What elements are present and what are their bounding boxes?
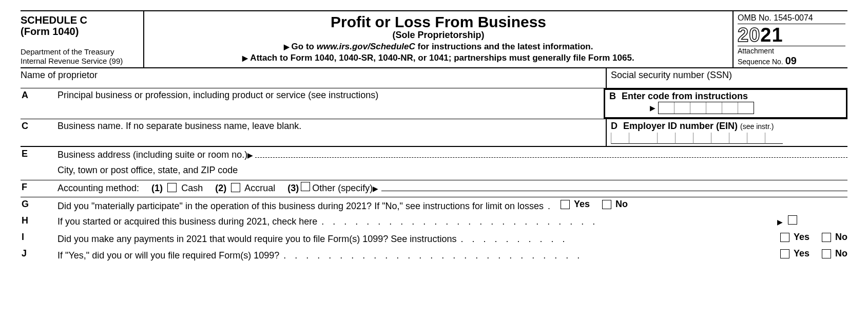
line-g: G Did you "materially participate" in th… xyxy=(21,197,847,214)
code-entry-boxes[interactable] xyxy=(658,102,754,114)
opt1-num: (1) xyxy=(151,183,163,193)
i-yes-group: Yes xyxy=(778,232,809,243)
line-a-text: Principal business or profession, includ… xyxy=(57,90,378,104)
i-no-checkbox[interactable] xyxy=(822,233,831,242)
letter-a: A xyxy=(21,90,57,104)
yes-label: Yes xyxy=(794,232,809,243)
goto-url: www.irs.gov/ScheduleC xyxy=(317,42,415,51)
letter-g: G xyxy=(21,199,57,210)
dept-block: Department of the Treasury Internal Reve… xyxy=(21,47,141,66)
row-cd: C Business name. If no separate business… xyxy=(21,119,847,147)
form-title: Profit or Loss From Business xyxy=(147,13,729,31)
omb-number: OMB No. 1545-0074 xyxy=(738,13,845,24)
letter-j: J xyxy=(21,248,57,259)
name-proprietor-label: Name of proprietor xyxy=(21,68,606,88)
header-center: Profit or Loss From Business (Sole Propr… xyxy=(144,11,734,67)
attach-text: Attach to Form 1040, 1040-SR, 1040-NR, o… xyxy=(250,53,634,63)
j-yes-checkbox[interactable] xyxy=(780,249,789,258)
form-subtitle: (Sole Proprietorship) xyxy=(147,30,729,41)
i-yes-checkbox[interactable] xyxy=(780,233,789,242)
opt-cash: (1) Cash xyxy=(151,183,203,194)
line-b-box: B Enter code from instructions xyxy=(604,88,847,119)
seq-label: Sequence No. xyxy=(738,58,785,66)
other-checkbox[interactable] xyxy=(301,182,310,191)
ein-entry-boxes[interactable] xyxy=(611,133,783,144)
goto-pre: Go to xyxy=(292,42,317,51)
goto-line: Go to www.irs.gov/ScheduleC for instruct… xyxy=(147,42,729,52)
form-1040-label: (Form 1040) xyxy=(21,26,79,37)
accrual-label: Accrual xyxy=(244,183,275,193)
form-container: SCHEDULE C (Form 1040) Department of the… xyxy=(21,10,847,263)
g-yes-checkbox[interactable] xyxy=(561,200,570,209)
tax-year: 2021 xyxy=(738,24,845,46)
row-ab: A Principal business or profession, incl… xyxy=(21,88,847,119)
j-yes-group: Yes xyxy=(778,248,809,259)
goto-post: for instructions and the latest informat… xyxy=(415,42,593,51)
accrual-checkbox[interactable] xyxy=(231,183,240,192)
triangle-icon xyxy=(777,216,783,227)
attach-line: Attach to Form 1040, 1040-SR, 1040-NR, o… xyxy=(147,53,729,63)
i-no-group: No xyxy=(820,232,847,243)
triangle-icon xyxy=(609,102,655,113)
attachment-label: Attachment xyxy=(738,47,774,55)
dept-treasury: Department of the Treasury xyxy=(21,47,114,56)
j-no-group: No xyxy=(820,248,847,259)
address-fill-line[interactable] xyxy=(255,149,847,157)
triangle-icon xyxy=(373,183,378,194)
triangle-icon xyxy=(284,42,292,51)
line-i-text: Did you make any payments in 2021 that w… xyxy=(57,234,456,245)
letter-d: D xyxy=(611,121,618,131)
letter-e: E xyxy=(21,149,57,159)
no-label: No xyxy=(835,248,847,259)
leader-dots: . . . . . . . . . . . . . . . . . . . . … xyxy=(283,250,773,261)
schedule-c-label: SCHEDULE C xyxy=(21,14,87,26)
line-e2: City, town or post office, state, and ZI… xyxy=(21,163,847,180)
leader-dots: . xyxy=(548,201,553,212)
leader-dots: . . . . . . . . . . . . . . . . . . . . … xyxy=(321,216,777,227)
irs-label: Internal Revenue Service (99) xyxy=(21,57,123,65)
name-ssn-row: Name of proprietor Social security numbe… xyxy=(21,68,847,88)
line-e-address-label: Business address (including suite or roo… xyxy=(57,150,247,160)
line-d-text: Employer ID number (EIN) xyxy=(623,121,740,131)
line-h-text: If you started or acquired this business… xyxy=(57,216,317,227)
year-suffix: 21 xyxy=(760,24,783,46)
ssn-label: Social security number (SSN) xyxy=(606,68,847,88)
header-right: OMB No. 1545-0074 2021 Attachment Sequen… xyxy=(734,11,847,67)
cash-label: Cash xyxy=(181,183,203,193)
line-a: A Principal business or profession, incl… xyxy=(21,88,604,119)
opt-accrual: (2) Accrual xyxy=(215,183,275,194)
line-i: I Did you make any payments in 2021 that… xyxy=(21,230,847,247)
g-no-group: No xyxy=(600,199,628,210)
schedule-title: SCHEDULE C (Form 1040) xyxy=(21,14,141,37)
year-prefix: 20 xyxy=(738,24,760,46)
line-j-text: If "Yes," did you or will you file requi… xyxy=(57,250,279,261)
leader-dots: . . . . . . . . . . xyxy=(460,234,773,245)
g-no-checkbox[interactable] xyxy=(602,200,611,209)
line-h: H If you started or acquired this busine… xyxy=(21,214,847,230)
triangle-icon xyxy=(242,53,250,63)
line-c-text: Business name. If no separate business n… xyxy=(57,121,301,132)
letter-i: I xyxy=(21,232,57,243)
line-e1: E Business address (including suite or r… xyxy=(21,147,847,163)
letter-c: C xyxy=(21,121,57,132)
line-d-small: (see instr.) xyxy=(740,122,774,131)
yes-label: Yes xyxy=(574,199,590,210)
other-specify-line[interactable] xyxy=(381,182,847,191)
h-checkbox[interactable] xyxy=(788,215,797,225)
line-f: F Accounting method: (1) Cash (2) Accrua… xyxy=(21,180,847,197)
accounting-method-label: Accounting method: xyxy=(57,183,139,194)
cash-checkbox[interactable] xyxy=(167,183,177,192)
line-e-city-label: City, town or post office, state, and ZI… xyxy=(57,165,847,176)
opt3-num: (3) xyxy=(287,183,299,194)
attachment-seq: Attachment Sequence No. 09 xyxy=(738,46,845,66)
line-g-text: Did you "materially participate" in the … xyxy=(57,201,544,212)
seq-number: 09 xyxy=(785,55,797,66)
letter-b: B xyxy=(609,91,616,101)
other-label: Other (specify) xyxy=(312,183,373,194)
j-no-checkbox[interactable] xyxy=(822,249,831,258)
opt-other: (3) Other (specify) xyxy=(287,182,847,194)
line-j: J If "Yes," did you or will you file req… xyxy=(21,247,847,263)
letter-h: H xyxy=(21,215,57,226)
g-yes-group: Yes xyxy=(558,199,590,210)
line-c: C Business name. If no separate business… xyxy=(21,119,606,146)
